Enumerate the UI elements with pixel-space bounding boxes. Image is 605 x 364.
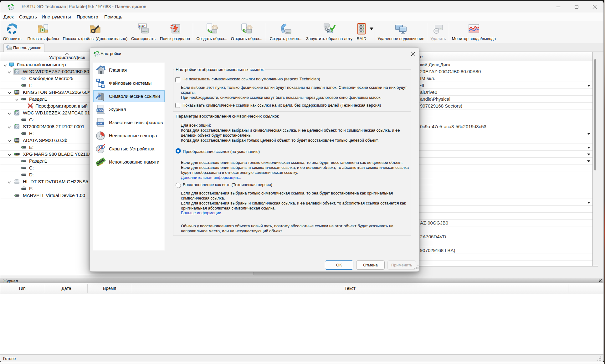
- tree-item-label: ADATA SP900 6.0.3b: [23, 137, 67, 144]
- hdd-icon: [14, 124, 20, 129]
- convert-links-radio[interactable]: [176, 148, 181, 154]
- dropdown-arrow-icon[interactable]: [587, 133, 590, 135]
- menu-tools[interactable]: Инструменты: [39, 13, 74, 21]
- settings-category-log[interactable]: LOG Журнал: [93, 103, 165, 116]
- dropdown-arrow-icon[interactable]: [587, 154, 590, 155]
- more-info-link-2[interactable]: Больше информации...: [181, 210, 225, 215]
- symlink-display-group: Настройки отображения символьных ссылок …: [173, 69, 411, 112]
- journal-body: [0, 294, 603, 354]
- chevron-down-icon[interactable]: [8, 125, 11, 129]
- bad-sectors-icon: [95, 130, 106, 141]
- toolbar-io-monitor-button[interactable]: Монитор ввода/вывода: [451, 22, 497, 42]
- toolbar-create-image-button[interactable]: Создать образ...: [195, 22, 229, 42]
- menu-create[interactable]: Создать: [16, 13, 40, 21]
- scrollbar-thumb[interactable]: [594, 59, 596, 170]
- group2-title: Параметры восстановления символических с…: [174, 113, 280, 119]
- tree-item-label: ST2000DM008-2FR102 0001: [23, 123, 85, 130]
- open-image-icon: [240, 23, 253, 35]
- tree-item-label: C:: [29, 164, 34, 171]
- toolbar-remote-connect-button[interactable]: Удаленное подключение: [377, 22, 425, 42]
- minimize-button[interactable]: [551, 1, 566, 13]
- toolbar-search-partitions-button[interactable]: Поиск разделов: [158, 22, 192, 42]
- journal-column-text[interactable]: Текст: [331, 286, 369, 291]
- tab-disk-panel[interactable]: Панель дисков: [3, 43, 44, 52]
- settings-category-label: Неисправные сектора: [109, 129, 157, 142]
- status-text: Готово: [3, 356, 16, 361]
- recover-as-is-label: Восстановление как есть (Техническая вер…: [183, 182, 272, 188]
- ok-button[interactable]: OK: [325, 260, 353, 270]
- symlink-recovery-group: Параметры восстановления символических с…: [173, 116, 411, 236]
- more-info-link-1[interactable]: Дополнительная информация...: [181, 175, 241, 180]
- refresh-icon: [6, 23, 18, 35]
- settings-category-symlinks[interactable]: Символические ссылки: [93, 90, 165, 103]
- properties-scrollbar[interactable]: [593, 52, 598, 266]
- settings-category-filetypes[interactable]: ***Известные типы файлов: [93, 116, 165, 129]
- recovery-intro-text: Для всех опций: Когда для восстановления…: [181, 123, 400, 143]
- settings-category-filesystems[interactable]: Файловые системы: [93, 77, 165, 90]
- dropdown-arrow-icon[interactable]: [587, 160, 590, 162]
- properties-header-text: e: [420, 54, 423, 59]
- toolbar-open-image-button[interactable]: Открыть образ...: [229, 22, 264, 42]
- settings-category-memory[interactable]: Использование памяти: [93, 155, 165, 169]
- chevron-down-icon[interactable]: [3, 63, 7, 67]
- tree-item-label: Свободное Место25: [29, 75, 74, 82]
- settings-category-home[interactable]: Главная: [93, 63, 165, 77]
- hide-symlinks-checkbox[interactable]: [175, 77, 180, 82]
- property-value: 907029168 LBA): [420, 247, 455, 254]
- menu-view[interactable]: Просмотр: [74, 13, 101, 21]
- show-symlinks-as-links-checkbox[interactable]: [175, 103, 180, 108]
- menu-disk[interactable]: Диск: [1, 13, 17, 21]
- toolbar-scan-button[interactable]: Сканировать: [128, 22, 158, 42]
- recover-as-is-radio[interactable]: [176, 183, 181, 188]
- column-separator[interactable]: [87, 284, 88, 293]
- cancel-button[interactable]: Отмена: [356, 260, 385, 270]
- dialog-close-icon[interactable]: [409, 49, 418, 58]
- settings-category-hidden-devices[interactable]: Скрытые Устройства: [93, 142, 165, 155]
- disk-panel-icon: [6, 45, 12, 51]
- journal-column-type[interactable]: Тип: [3, 286, 41, 291]
- close-button[interactable]: [587, 1, 602, 13]
- column-separator[interactable]: [568, 284, 568, 293]
- toolbar: Обновить Показать файлы Показать файлы (…: [0, 21, 603, 43]
- menu-help[interactable]: Помощь: [101, 13, 125, 21]
- apply-button[interactable]: Применить: [387, 260, 416, 270]
- dvd-icon: [14, 179, 20, 185]
- chevron-down-icon[interactable]: [8, 152, 11, 156]
- hidden-devices-icon: [95, 144, 106, 154]
- resize-grip[interactable]: [596, 356, 602, 361]
- part-icon: [21, 96, 27, 102]
- raid-dropdown-arrow[interactable]: [370, 28, 373, 30]
- toolbar-raid-button[interactable]: RAID: [354, 22, 369, 42]
- dialog-resize-grip[interactable]: [414, 265, 419, 270]
- show-files-adv-icon: [89, 23, 101, 35]
- dropdown-arrow-icon[interactable]: [587, 202, 590, 204]
- toolbar-separator: [427, 23, 427, 41]
- dropdown-arrow-icon[interactable]: [587, 147, 590, 149]
- chevron-down-icon[interactable]: [8, 90, 11, 94]
- chevron-down-icon[interactable]: [8, 139, 11, 142]
- toolbar-separator: [449, 23, 449, 41]
- app-icon: [7, 3, 15, 11]
- toolbar-refresh-button[interactable]: Обновить: [0, 22, 24, 42]
- column-separator[interactable]: [45, 284, 45, 293]
- toolbar-show-files-button[interactable]: Показать файлы: [25, 22, 62, 42]
- tree-item-label: Раздел1: [29, 158, 47, 164]
- journal-close-icon[interactable]: [598, 279, 602, 283]
- chevron-down-icon[interactable]: [8, 180, 11, 184]
- svg-text:***: ***: [98, 122, 103, 126]
- tree-item-label: F:: [29, 185, 33, 192]
- maximize-button[interactable]: [569, 1, 584, 13]
- part-icon: [21, 158, 27, 164]
- toolbar-create-region-button[interactable]: Создать регион...: [268, 22, 305, 42]
- column-separator[interactable]: [132, 284, 132, 293]
- settings-category-bad-sectors[interactable]: Неисправные сектора: [93, 129, 165, 142]
- dropdown-arrow-icon[interactable]: [587, 85, 590, 87]
- toolbar-mount-image-button[interactable]: Запустить образ на лету: [305, 22, 353, 42]
- journal-column-date[interactable]: Дата: [48, 286, 85, 291]
- chevron-down-icon[interactable]: [8, 70, 11, 73]
- journal-column-time[interactable]: Время: [91, 286, 128, 291]
- chevron-down-icon[interactable]: [8, 111, 11, 115]
- recovery-footer-text: Обычно у восстановленного объекта новый …: [181, 224, 393, 234]
- toolbar-show-files-adv-button[interactable]: Показать файлы (Дополнительно): [62, 22, 128, 42]
- chevron-down-icon[interactable]: [15, 97, 19, 101]
